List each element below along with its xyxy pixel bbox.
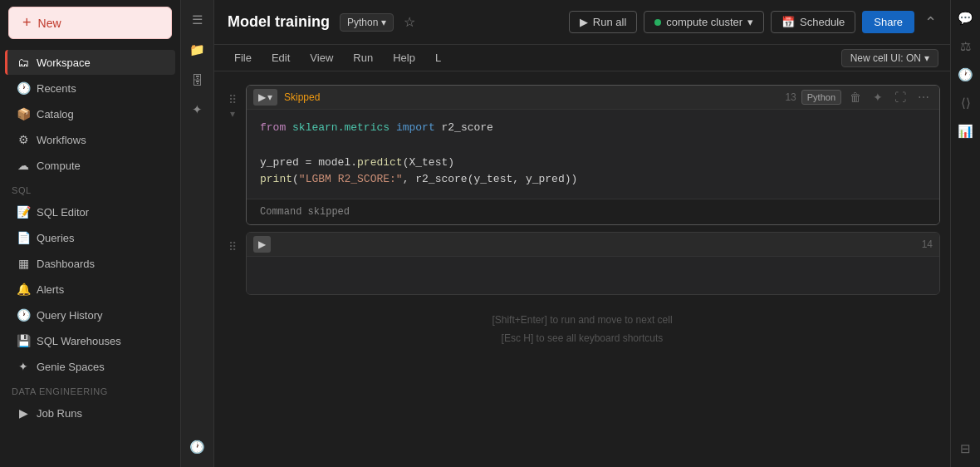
compute-label: compute cluster [666, 16, 742, 28]
language-selector[interactable]: Python ▾ [340, 13, 394, 32]
ai-fix-icon[interactable]: ✦ [870, 89, 886, 106]
expand-cell-13-button[interactable]: ⛶ [891, 89, 909, 106]
cell-ui-toggle-label: New cell UI: ON [850, 52, 921, 64]
menu-l[interactable]: L [427, 48, 449, 67]
code-line-1: from sklearn.metrics import r2_score [260, 120, 926, 137]
cell-expand-button[interactable]: ▾ [230, 108, 235, 120]
share-button[interactable]: Share [862, 11, 914, 33]
share-label: Share [874, 16, 903, 28]
play-icon: ▶ [580, 16, 588, 28]
menu-view[interactable]: View [301, 48, 341, 67]
cell-wrapper-13: ⠿ ▾ ▶ ▾ Skipped 13 Python 🗑 ✦ ⛶ ⋯ [214, 81, 950, 229]
delete-cell-13-button[interactable]: 🗑 [846, 89, 865, 106]
sidebar-item-sql-editor[interactable]: 📝 SQL Editor [5, 199, 175, 224]
cell-13-number: 13 [785, 91, 796, 103]
sql-warehouses-icon: 💾 [17, 334, 30, 347]
job-runs-icon: ▶ [17, 406, 30, 420]
data-engineering-section-label: Data Engineering [0, 380, 180, 400]
cell-wrapper-14: ⠿ ▶ 14 [214, 229, 950, 298]
chevron-down-icon: ▾ [747, 16, 753, 28]
menu-file[interactable]: File [226, 48, 260, 67]
recents-icon: 🕐 [17, 81, 30, 95]
history-btn[interactable]: 🕐 [184, 434, 211, 460]
plus-icon: + [22, 14, 32, 32]
cell-14-left-controls: ⠿ [224, 232, 241, 253]
sidebar-item-label: Workflows [37, 134, 86, 146]
sidebar-item-query-history[interactable]: 🕐 Query History [5, 302, 175, 327]
sidebar-item-label: Genie Spaces [37, 361, 105, 373]
schedule-button[interactable]: 📅 Schedule [771, 11, 855, 33]
collapse-button[interactable]: ⌃ [924, 13, 937, 32]
sidebar-item-catalog[interactable]: 📦 Catalog [5, 101, 175, 126]
drag-handle-icon[interactable]: ⠿ [228, 93, 237, 106]
notebook-area: ⠿ ▾ ▶ ▾ Skipped 13 Python 🗑 ✦ ⛶ ⋯ [214, 71, 950, 467]
sidebar-item-queries[interactable]: 📄 Queries [5, 225, 175, 250]
cell-13-lang[interactable]: Python [801, 90, 841, 105]
history-button[interactable]: 🕐 [954, 63, 978, 86]
new-label: New [38, 17, 61, 30]
play-icon: ▶ [258, 238, 266, 250]
cell-left-controls: ⠿ ▾ [224, 85, 241, 120]
variables-button[interactable]: ⟨⟩ [954, 91, 978, 115]
menu-help[interactable]: Help [385, 48, 424, 67]
cell-14-code[interactable] [247, 257, 939, 294]
language-label: Python [347, 17, 378, 28]
sidebar-nav: 🗂 Workspace 🕐 Recents 📦 Catalog ⚙ Workfl… [0, 46, 180, 467]
sidebar-item-workflows[interactable]: ⚙ Workflows [5, 127, 175, 152]
sidebar-item-job-runs[interactable]: ▶ Job Runs [5, 401, 175, 425]
new-button[interactable]: + New [8, 7, 172, 39]
compute-icon: ☁ [17, 159, 30, 172]
menu-edit[interactable]: Edit [263, 48, 298, 67]
sidebar-item-recents[interactable]: 🕐 Recents [5, 76, 175, 101]
comments-button[interactable]: 💬 [954, 7, 978, 30]
sidebar-item-label: Compute [37, 160, 81, 172]
query-history-icon: 🕐 [17, 308, 30, 322]
compute-cluster-button[interactable]: compute cluster ▾ [644, 11, 764, 33]
code-line-4: print("LGBM R2_SCORE:", r2_score(y_test,… [260, 171, 926, 189]
sidebar-item-label: Query History [37, 309, 102, 322]
ai-assist-btn[interactable]: ✦ [184, 96, 211, 123]
sidebar-item-alerts[interactable]: 🔔 Alerts [5, 277, 175, 302]
schedule-label: Schedule [800, 16, 845, 28]
cell-ui-toggle[interactable]: New cell UI: ON ▾ [841, 49, 938, 67]
menu-run[interactable]: Run [345, 48, 381, 67]
sidebar-item-label: Catalog [37, 108, 74, 120]
database-btn[interactable]: 🗄 [184, 66, 211, 93]
sidebar-item-workspace[interactable]: 🗂 Workspace [5, 50, 175, 75]
run-all-button[interactable]: ▶ Run all [569, 11, 637, 33]
expand-button[interactable]: ⊟ [954, 437, 978, 460]
cell-14-number: 14 [922, 238, 933, 250]
topbar-actions: ▶ Run all compute cluster ▾ 📅 Schedule S… [569, 11, 937, 33]
run-cell-button-14[interactable]: ▶ [253, 236, 271, 253]
cell-14-toolbar: ▶ 14 [247, 233, 939, 257]
charts-button[interactable]: 📊 [954, 120, 978, 143]
cell-13-code[interactable]: from sklearn.metrics import r2_score y_p… [247, 110, 939, 199]
chevron-down-icon: ▾ [267, 91, 272, 103]
cell-13-output: Command skipped [247, 199, 939, 224]
sidebar-item-label: Alerts [37, 283, 64, 296]
queries-icon: 📄 [17, 231, 30, 244]
drag-handle-icon[interactable]: ⠿ [228, 240, 237, 253]
more-options-13-button[interactable]: ⋯ [914, 89, 933, 106]
alerts-icon: 🔔 [17, 283, 30, 296]
run-cell-button-13[interactable]: ▶ ▾ [253, 89, 277, 106]
sidebar-item-sql-warehouses[interactable]: 💾 SQL Warehouses [5, 328, 175, 353]
run-all-label: Run all [593, 16, 626, 28]
star-button[interactable]: ☆ [404, 14, 415, 30]
cell-13-status: Skipped [284, 91, 320, 103]
sidebar-item-label: Dashboards [37, 258, 95, 270]
sidebar-item-genie-spaces[interactable]: ✦ Genie Spaces [5, 354, 175, 379]
genie-spaces-icon: ✦ [17, 360, 30, 373]
menubar: File Edit View Run Help L New cell UI: O… [214, 45, 950, 71]
sidebar-item-compute[interactable]: ☁ Compute [5, 153, 175, 178]
catalog-icon: 📦 [17, 107, 30, 120]
cell-13-output-text: Command skipped [260, 206, 350, 218]
notebook-view-btn[interactable]: ☰ [184, 7, 211, 33]
cell-13: ▶ ▾ Skipped 13 Python 🗑 ✦ ⛶ ⋯ from sklea… [246, 85, 940, 225]
sidebar-item-label: SQL Warehouses [37, 335, 121, 347]
sidebar-item-label: SQL Editor [37, 206, 89, 219]
compare-button[interactable]: ⚖ [954, 35, 978, 58]
sidebar-item-dashboards[interactable]: ▦ Dashboards [5, 251, 175, 276]
file-browser-btn[interactable]: 📁 [184, 37, 211, 63]
play-icon: ▶ [258, 91, 266, 103]
